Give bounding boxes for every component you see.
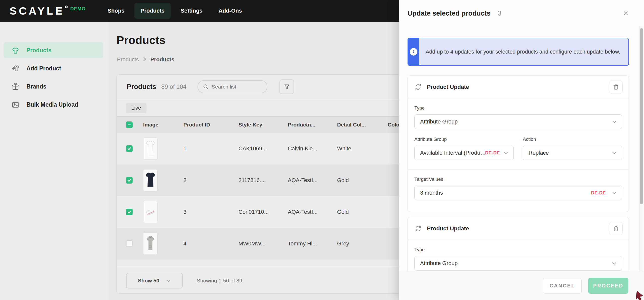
tab-live[interactable]: Live — [126, 103, 146, 113]
logo-mark-icon — [65, 6, 68, 8]
sidebar-item-brands[interactable]: Brands — [4, 78, 103, 95]
drawer-title: Update selected products — [408, 10, 491, 17]
filter-funnel-icon — [284, 83, 290, 90]
chevron-right-icon — [143, 56, 146, 63]
nav-item-shops[interactable]: Shops — [101, 3, 131, 19]
breadcrumb-products-current: Products — [150, 56, 174, 63]
showing-range-text: Showing 1-50 of 89 — [197, 278, 242, 284]
col-header-product-id[interactable]: Product ID — [183, 122, 238, 128]
indeterminate-dash-icon — [128, 124, 131, 125]
product-image[interactable] — [143, 169, 157, 191]
search-input[interactable] — [212, 84, 257, 90]
cell-product-id: 4 — [183, 240, 238, 247]
nav-item-settings[interactable]: Settings — [174, 3, 209, 19]
sidebar: Products Add Product Brands Bulk Media U… — [0, 22, 107, 300]
drawer-scrollbar[interactable] — [639, 26, 643, 271]
attribute-group-label: Attribute Group — [414, 137, 514, 142]
nav-item-addons[interactable]: Add-Ons — [212, 3, 248, 19]
target-values-select[interactable]: 3 months DE-DE — [414, 186, 622, 200]
cell-style-key: CAK1069... — [238, 145, 288, 152]
chevron-down-icon — [166, 279, 171, 282]
page-size-value: Show 50 — [138, 278, 159, 284]
update-products-drawer: Update selected products 3 Add up to 4 u… — [399, 0, 644, 300]
action-label: Action — [523, 137, 622, 142]
delete-update-button[interactable] — [609, 222, 623, 235]
update-card-title: Product Update — [427, 225, 469, 232]
list-title: Products — [127, 83, 156, 91]
cell-product-id: 3 — [183, 209, 238, 215]
image-icon — [12, 101, 19, 109]
demo-badge: DEMO — [70, 6, 86, 12]
chevron-down-icon — [612, 120, 617, 123]
scrollbar-thumb[interactable] — [640, 28, 643, 204]
nav-item-products[interactable]: Products — [134, 3, 171, 19]
close-icon[interactable] — [621, 8, 631, 18]
gift-icon — [12, 83, 19, 91]
locale-badge: DE-DE — [591, 190, 606, 196]
select-all-checkbox[interactable] — [126, 121, 133, 128]
check-icon — [127, 147, 131, 151]
delete-update-button[interactable] — [609, 80, 623, 94]
row-checkbox[interactable] — [126, 209, 133, 215]
mouse-cursor — [635, 290, 644, 300]
sidebar-item-add-product[interactable]: Add Product — [4, 60, 103, 76]
breadcrumb-products-root[interactable]: Products — [117, 56, 139, 63]
chevron-down-icon — [503, 151, 508, 155]
product-update-card: Product Update Type Attribute Group Attr… — [408, 75, 629, 212]
cell-product-name: Calvin Kle... — [288, 145, 337, 152]
tshirt-icon — [12, 47, 19, 54]
banner-accent-strip — [408, 38, 419, 65]
cell-style-key: Con01710... — [238, 209, 288, 215]
cell-product-id: 1 — [183, 145, 238, 152]
cell-style-key: MW0MW... — [238, 240, 288, 247]
trash-icon — [613, 84, 619, 90]
col-header-productname[interactable]: Productn... — [288, 122, 337, 128]
sidebar-item-bulk-media-upload[interactable]: Bulk Media Upload — [4, 97, 103, 113]
page-size-select[interactable]: Show 50 — [126, 273, 183, 288]
product-image[interactable] — [143, 233, 157, 255]
chevron-down-icon — [612, 262, 617, 265]
product-image[interactable] — [143, 201, 157, 223]
cell-product-name: AQA-TestI... — [288, 177, 337, 184]
drawer-header: Update selected products 3 — [399, 0, 644, 27]
drawer-footer: CANCEL PROCEED — [399, 271, 644, 300]
page-title: Products — [116, 34, 166, 47]
check-icon — [127, 178, 131, 182]
proceed-button[interactable]: PROCEED — [588, 278, 628, 294]
col-header-style-key[interactable]: Style Key — [238, 122, 288, 128]
action-select[interactable]: Replace — [523, 146, 622, 160]
row-checkbox[interactable] — [126, 145, 133, 152]
type-select[interactable]: Attribute Group — [414, 114, 622, 129]
selected-count: 3 — [498, 10, 501, 17]
cancel-button[interactable]: CANCEL — [543, 278, 582, 294]
info-banner-text: Add up to 4 updates for your selected pr… — [419, 38, 628, 65]
row-checkbox[interactable] — [126, 240, 133, 247]
search-field[interactable] — [197, 80, 267, 93]
product-image[interactable] — [143, 138, 157, 160]
cell-product-name: Tommy Hi... — [288, 240, 337, 247]
tshirt-add-icon — [12, 65, 19, 72]
type-select[interactable]: Attribute Group — [414, 256, 622, 271]
search-icon — [203, 84, 209, 90]
sidebar-item-label: Products — [26, 47, 52, 54]
row-checkbox[interactable] — [126, 177, 133, 184]
top-navigation: Shops Products Settings Add-Ons — [101, 3, 248, 19]
update-card-header: Product Update — [408, 217, 629, 240]
update-card-fields: Type Attribute Group — [408, 240, 629, 271]
sidebar-item-label: Add Product — [26, 65, 61, 72]
cell-product-id: 2 — [183, 177, 238, 184]
cell-detail-color: White — [337, 145, 388, 152]
attribute-group-select[interactable]: Available Interval (Product... DE-DE — [414, 146, 514, 160]
sidebar-item-products[interactable]: Products — [4, 42, 103, 58]
logo-text: SCAYLE — [10, 5, 64, 17]
drawer-body: Add up to 4 updates for your selected pr… — [399, 27, 644, 271]
col-header-detail-color[interactable]: Detail Col... — [337, 122, 388, 128]
sync-icon — [414, 83, 422, 91]
col-header-image[interactable]: Image — [143, 122, 183, 128]
locale-badge: DE-DE — [485, 150, 500, 156]
filter-button[interactable] — [279, 79, 294, 94]
product-update-card: Product Update Type Attribute Group — [408, 217, 629, 271]
cell-style-key: 2117816.... — [238, 177, 288, 184]
update-card-header: Product Update — [408, 76, 629, 98]
trash-icon — [613, 226, 619, 232]
